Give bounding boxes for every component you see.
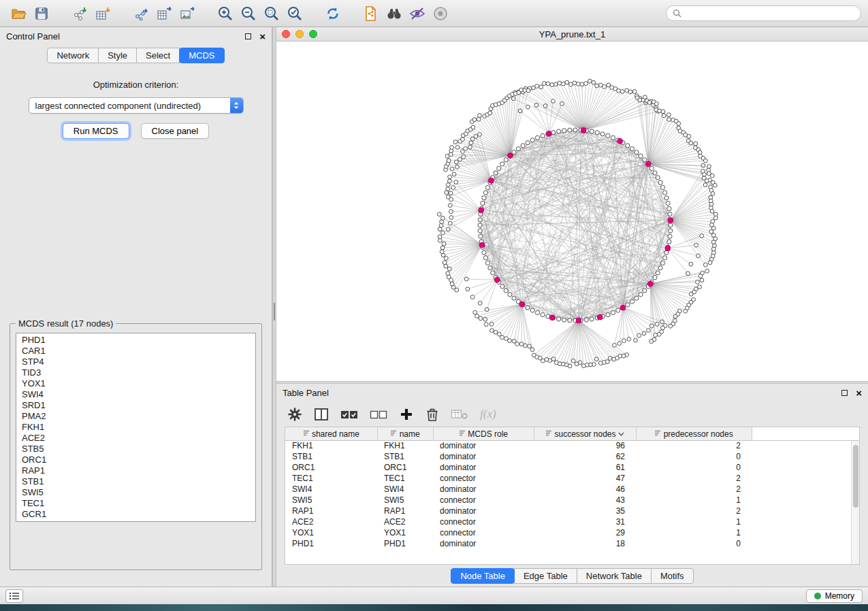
mcds-result-item[interactable]: YOX1 bbox=[22, 378, 250, 389]
graph-node[interactable] bbox=[703, 173, 707, 177]
graph-node[interactable] bbox=[438, 227, 442, 231]
find-button[interactable] bbox=[383, 3, 406, 24]
graph-node[interactable] bbox=[608, 357, 612, 361]
graph-node[interactable] bbox=[482, 250, 486, 254]
graph-node[interactable] bbox=[446, 271, 450, 276]
graph-node[interactable] bbox=[535, 135, 539, 139]
column-header-name[interactable]: name bbox=[377, 427, 433, 440]
graph-node[interactable] bbox=[542, 82, 546, 86]
graph-node[interactable] bbox=[458, 157, 462, 161]
function-builder-button[interactable]: f(x) bbox=[480, 405, 496, 424]
graph-hub-node[interactable] bbox=[479, 242, 485, 248]
graph-node[interactable] bbox=[661, 261, 665, 265]
graph-node[interactable] bbox=[660, 320, 664, 324]
graph-node[interactable] bbox=[573, 128, 577, 132]
mcds-result-item[interactable]: GCR1 bbox=[22, 509, 250, 520]
table-float-panel-icon[interactable] bbox=[841, 390, 848, 396]
graph-node[interactable] bbox=[708, 261, 712, 265]
graph-node[interactable] bbox=[446, 187, 450, 191]
tab-select[interactable]: Select bbox=[136, 48, 180, 63]
graph-node[interactable] bbox=[489, 323, 494, 327]
table-cell[interactable]: 29 bbox=[534, 527, 636, 538]
table-cell[interactable]: TEC1 bbox=[285, 473, 377, 484]
graph-node[interactable] bbox=[519, 88, 524, 92]
graph-node[interactable] bbox=[705, 269, 709, 273]
graph-node[interactable] bbox=[612, 357, 616, 361]
graph-node[interactable] bbox=[464, 277, 468, 281]
graph-node[interactable] bbox=[451, 186, 455, 190]
graph-node[interactable] bbox=[653, 276, 657, 280]
table-cell[interactable]: 35 bbox=[534, 506, 636, 516]
table-cell[interactable]: 46 bbox=[534, 484, 636, 495]
graph-node[interactable] bbox=[613, 344, 617, 348]
graph-node[interactable] bbox=[446, 227, 450, 231]
graph-node[interactable] bbox=[539, 85, 543, 89]
graph-node[interactable] bbox=[455, 160, 459, 164]
graph-hub-node[interactable] bbox=[617, 139, 623, 144]
mcds-result-item[interactable]: ORC1 bbox=[22, 455, 250, 465]
table-cell[interactable]: dominator bbox=[433, 506, 534, 516]
graph-node[interactable] bbox=[442, 242, 446, 246]
table-cell[interactable]: dominator bbox=[433, 440, 534, 451]
graph-node[interactable] bbox=[647, 329, 651, 333]
mcds-result-item[interactable]: PMA2 bbox=[22, 411, 250, 422]
minimize-window-button[interactable] bbox=[295, 30, 304, 38]
table-cell[interactable]: 62 bbox=[534, 451, 636, 462]
graph-node[interactable] bbox=[584, 82, 588, 86]
graph-node[interactable] bbox=[438, 239, 442, 243]
graph-node[interactable] bbox=[488, 266, 492, 270]
save-session-button[interactable] bbox=[30, 3, 53, 24]
table-cell[interactable]: SWI5 bbox=[285, 495, 377, 506]
graph-node[interactable] bbox=[439, 224, 443, 228]
graph-node[interactable] bbox=[700, 234, 704, 238]
criterion-dropdown[interactable]: largest connected component (undirected) bbox=[29, 97, 244, 114]
table-cell[interactable]: SWI5 bbox=[377, 495, 433, 506]
graph-node[interactable] bbox=[526, 105, 530, 109]
graph-hub-node[interactable] bbox=[494, 277, 500, 282]
graph-node[interactable] bbox=[449, 216, 453, 220]
graph-node[interactable] bbox=[562, 318, 566, 322]
graph-node[interactable] bbox=[632, 90, 637, 94]
graph-node[interactable] bbox=[627, 337, 631, 341]
graph-node[interactable] bbox=[440, 246, 445, 250]
graph-node[interactable] bbox=[694, 244, 698, 248]
vertical-splitter[interactable] bbox=[272, 27, 276, 587]
table-cell[interactable]: TEC1 bbox=[377, 473, 433, 484]
graph-node[interactable] bbox=[535, 311, 539, 315]
select-all-button[interactable] bbox=[340, 405, 358, 424]
graph-node[interactable] bbox=[643, 158, 647, 162]
graph-node[interactable] bbox=[448, 221, 452, 225]
graph-node[interactable] bbox=[666, 113, 671, 117]
add-column-button[interactable] bbox=[399, 405, 414, 424]
graph-node[interactable] bbox=[669, 229, 673, 233]
graph-hub-node[interactable] bbox=[647, 281, 653, 286]
graph-node[interactable] bbox=[512, 340, 516, 344]
graph-node[interactable] bbox=[634, 338, 638, 342]
graph-node[interactable] bbox=[518, 109, 522, 113]
column-header-predecessor-nodes[interactable]: predecessor nodes bbox=[636, 427, 752, 440]
table-cell[interactable]: STB1 bbox=[285, 451, 377, 462]
share-document-button[interactable] bbox=[359, 3, 383, 24]
table-row[interactable]: FKH1FKH1dominator962 bbox=[285, 440, 859, 451]
graph-hub-node[interactable] bbox=[508, 153, 513, 159]
graph-node[interactable] bbox=[662, 114, 666, 118]
graph-node[interactable] bbox=[584, 318, 588, 322]
graph-node[interactable] bbox=[694, 142, 698, 146]
zoom-selected-button[interactable] bbox=[283, 3, 306, 24]
table-cell[interactable]: ORC1 bbox=[285, 462, 377, 473]
table-cell[interactable]: 0 bbox=[636, 462, 752, 473]
network-graph[interactable] bbox=[276, 42, 868, 381]
table-cell[interactable]: 0 bbox=[636, 538, 752, 549]
mcds-result-item[interactable]: SRD1 bbox=[22, 400, 250, 411]
graph-node[interactable] bbox=[577, 82, 581, 86]
graph-node[interactable] bbox=[655, 102, 659, 106]
graph-node[interactable] bbox=[657, 333, 661, 337]
graph-node[interactable] bbox=[669, 223, 673, 227]
graph-node[interactable] bbox=[639, 154, 643, 158]
graph-node[interactable] bbox=[568, 128, 572, 132]
graph-node[interactable] bbox=[438, 235, 442, 239]
mcds-result-item[interactable]: STB5 bbox=[22, 444, 250, 455]
graph-node[interactable] bbox=[441, 231, 445, 235]
table-cell[interactable]: dominator bbox=[433, 451, 534, 462]
graph-node[interactable] bbox=[666, 201, 670, 205]
